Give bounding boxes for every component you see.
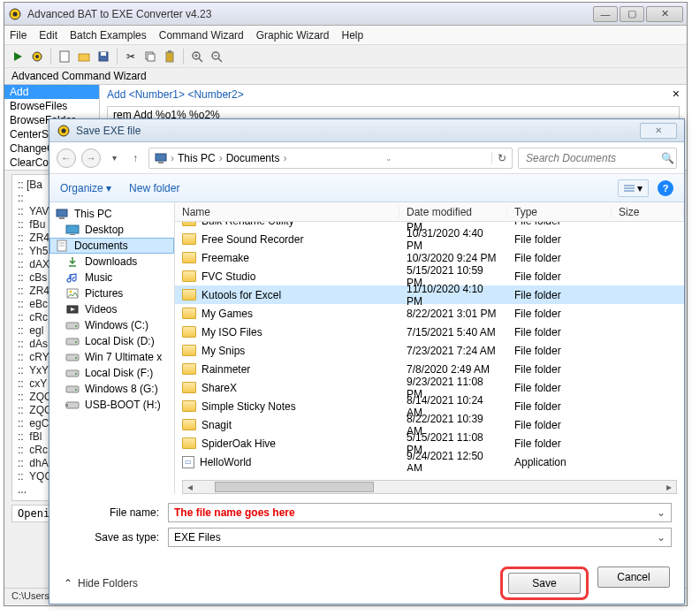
cut-icon[interactable]: ✂	[123, 49, 139, 65]
saveastype-dropdown-icon[interactable]: ⌄	[657, 531, 665, 544]
zoom-out-icon[interactable]	[209, 49, 224, 65]
svg-point-45	[75, 373, 77, 375]
svg-point-21	[62, 128, 66, 133]
refresh-icon[interactable]: ↻	[491, 152, 506, 164]
col-date[interactable]: Date modified	[399, 206, 507, 218]
chevron-up-icon: ⌃	[64, 577, 72, 589]
tree-item[interactable]: Pictures	[49, 285, 174, 301]
menu-graphic-wizard[interactable]: Graphic Wizard	[256, 29, 330, 42]
scroll-left-icon[interactable]: ◂	[183, 481, 197, 493]
tree-item[interactable]: Documents	[49, 238, 174, 254]
file-row[interactable]: HelloWorld9/24/2021 12:50 AMApplication	[175, 452, 684, 471]
scroll-right-icon[interactable]: ▸	[662, 481, 676, 493]
acw-close-icon[interactable]: ×	[673, 87, 680, 101]
dialog-titlebar[interactable]: Save EXE file ✕	[49, 119, 684, 142]
save-icon[interactable]	[95, 49, 111, 65]
svg-rect-8	[101, 52, 106, 56]
menu-command-wizard[interactable]: Command Wizard	[159, 29, 244, 42]
gear-icon[interactable]	[29, 49, 45, 65]
tree-item[interactable]: Win 7 Ultimate x	[49, 349, 174, 365]
nav-tree[interactable]: This PC DesktopDocumentsDownloadsMusicPi…	[49, 202, 175, 494]
file-form: File name: The file name goes here ⌄ Sav…	[49, 494, 684, 558]
save-button[interactable]: Save	[508, 573, 581, 594]
menu-help[interactable]: Help	[341, 29, 363, 42]
titlebar[interactable]: Advanced BAT to EXE Converter v4.23 — ▢ …	[4, 3, 687, 26]
svg-rect-46	[66, 386, 79, 392]
crumb-dropdown-icon[interactable]: ⌄	[385, 154, 392, 163]
column-headers[interactable]: Name Date modified Type Size	[175, 202, 684, 222]
open-icon[interactable]	[76, 49, 92, 65]
file-row[interactable]: My Games8/22/2021 3:01 PMFile folder	[175, 304, 684, 323]
folder-icon	[182, 437, 196, 449]
tree-item[interactable]: Downloads	[49, 254, 174, 270]
tree-item[interactable]: Music	[49, 270, 174, 285]
dialog-close-button[interactable]: ✕	[640, 123, 677, 139]
breadcrumb[interactable]: › This PC › Documents › ⌄ ↻	[148, 148, 513, 169]
back-button[interactable]: ←	[57, 148, 76, 168]
new-folder-button[interactable]: New folder	[129, 182, 179, 194]
paste-icon[interactable]	[162, 49, 178, 65]
search-input[interactable]	[524, 151, 661, 165]
col-size[interactable]: Size	[612, 206, 684, 218]
search-icon[interactable]: 🔍	[661, 152, 674, 164]
svg-rect-12	[168, 50, 171, 53]
folder-icon	[182, 270, 196, 282]
file-row[interactable]: My ISO Files7/15/2021 5:40 AMFile folder	[175, 323, 684, 341]
menu-file[interactable]: File	[10, 29, 27, 42]
hide-folders-button[interactable]: ⌃ Hide Folders	[64, 577, 138, 589]
forward-button[interactable]: →	[81, 148, 101, 168]
svg-rect-28	[59, 217, 65, 219]
view-button[interactable]: ▾	[618, 179, 649, 197]
tree-item[interactable]: Videos	[49, 301, 174, 317]
file-row[interactable]: Kutools for Excel11/10/2020 4:10 PMFile …	[175, 285, 684, 304]
filename-field[interactable]: The file name goes here ⌄	[168, 503, 672, 522]
acw-item[interactable]: BrowseFiles	[4, 99, 99, 113]
folder-icon	[182, 345, 196, 356]
file-list[interactable]: Name Date modified Type Size Bulk Rename…	[175, 202, 684, 494]
tree-item[interactable]: Desktop	[49, 222, 174, 238]
file-row[interactable]: Free Sound Recorder10/31/2020 4:40 PMFil…	[175, 230, 684, 248]
file-row[interactable]: My Snips7/23/2021 7:24 AMFile folder	[175, 341, 684, 360]
tree-item[interactable]: Windows (C:)	[49, 317, 174, 333]
folder-icon	[182, 419, 196, 430]
run-icon[interactable]	[10, 49, 26, 65]
svg-rect-49	[65, 404, 68, 407]
menu-edit[interactable]: Edit	[39, 29, 57, 42]
help-icon[interactable]: ?	[658, 180, 673, 196]
col-name[interactable]: Name	[175, 206, 399, 218]
minimize-button[interactable]: —	[593, 6, 618, 22]
menu-batch-examples[interactable]: Batch Examples	[70, 29, 147, 42]
svg-rect-22	[156, 154, 166, 161]
new-icon[interactable]	[57, 49, 72, 65]
save-dialog: Save EXE file ✕ ← → ▾ ↑ › This PC › Docu…	[49, 118, 685, 605]
saveastype-field[interactable]: EXE Files ⌄	[168, 528, 672, 547]
zoom-in-icon[interactable]	[189, 49, 205, 65]
application-icon	[182, 456, 194, 468]
cancel-button[interactable]: Cancel	[597, 567, 670, 588]
crumb-documents[interactable]: Documents	[226, 152, 280, 164]
drive-icon	[65, 319, 80, 331]
search-box[interactable]: 🔍	[518, 148, 677, 169]
tree-item[interactable]: Local Disk (D:)	[49, 333, 174, 349]
svg-line-14	[199, 58, 202, 62]
copy-icon[interactable]	[142, 49, 158, 65]
maximize-button[interactable]: ▢	[620, 6, 644, 22]
col-type[interactable]: Type	[507, 206, 612, 218]
svg-point-4	[35, 55, 39, 58]
svg-point-39	[75, 325, 77, 327]
filename-label: File name:	[62, 506, 168, 519]
tree-item[interactable]: Local Disk (F:)	[49, 365, 174, 381]
tree-item[interactable]: USB-BOOT (H:)	[49, 397, 174, 413]
close-button[interactable]: ✕	[646, 6, 683, 22]
tree-item[interactable]: Windows 8 (G:)	[49, 381, 174, 397]
up-button[interactable]: ↑	[127, 150, 143, 166]
acw-label: Advanced Command Wizard	[4, 68, 687, 84]
acw-item-add[interactable]: Add	[4, 85, 99, 99]
filename-dropdown-icon[interactable]: ⌄	[657, 506, 665, 519]
recent-dropdown-icon[interactable]: ▾	[106, 150, 122, 166]
horizontal-scrollbar[interactable]: ◂ ▸	[182, 480, 677, 494]
scroll-thumb[interactable]	[215, 482, 374, 492]
organize-button[interactable]: Organize ▾	[60, 182, 111, 194]
tree-this-pc[interactable]: This PC	[49, 206, 174, 222]
crumb-this-pc[interactable]: This PC	[178, 152, 216, 164]
